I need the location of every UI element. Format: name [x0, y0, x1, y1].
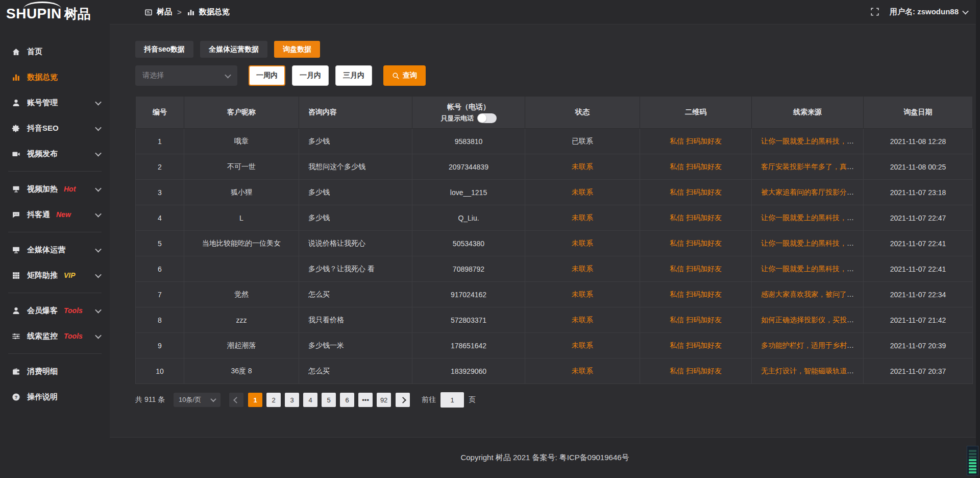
- period-button-month[interactable]: 一月内: [292, 65, 329, 86]
- member-icon: [11, 306, 20, 315]
- app-logo: SHUPIN树品: [0, 0, 110, 34]
- status-badge: 未联系: [525, 358, 640, 384]
- qr-actions: 私信 扫码加好友: [640, 307, 752, 333]
- private-message-link[interactable]: 私信: [670, 367, 684, 375]
- sidebar-item-label: 全媒体运营: [27, 245, 65, 255]
- sidebar-item-video-heat[interactable]: 视频加热Hot: [0, 176, 110, 202]
- scan-add-friend-link[interactable]: 扫码加好友: [686, 213, 722, 222]
- chevron-down-icon: [95, 185, 102, 192]
- filter-select[interactable]: 请选择: [135, 65, 237, 86]
- tab-inquiry[interactable]: 询盘数据: [274, 41, 320, 58]
- lead-source-link[interactable]: 如何正确选择投影仪，买投影...: [761, 316, 860, 324]
- tab-media[interactable]: 全媒体运营数据: [200, 41, 267, 58]
- tab-seo[interactable]: 抖音seo数据: [135, 41, 193, 58]
- search-button-label: 查询: [403, 71, 417, 80]
- sidebar-item-media-ops[interactable]: 全媒体运营: [0, 237, 110, 262]
- page-size-select[interactable]: 10条/页: [174, 393, 220, 407]
- prev-page-button[interactable]: [229, 393, 243, 407]
- page-button-2[interactable]: 2: [266, 393, 281, 407]
- breadcrumb: 树品 > 数据总览: [144, 7, 230, 17]
- private-message-link[interactable]: 私信: [670, 290, 684, 298]
- table-row: 5当地比较能吃的一位美女说说价格让我死心50534380未联系私信 扫码加好友让…: [136, 231, 973, 256]
- phone-only-label: 只显示电话: [441, 114, 474, 123]
- lead-source-link[interactable]: 让你一眼就爱上的黑科技，能...: [761, 265, 860, 273]
- inquiry-content: 多少钱一米: [299, 333, 412, 358]
- fullscreen-icon[interactable]: [870, 7, 880, 17]
- scrollbar[interactable]: [976, 0, 980, 478]
- table-row: 9潮起潮落多少钱一米178651642未联系私信 扫码加好友多功能护栏灯，适用于…: [136, 333, 973, 358]
- inquiry-date: 2021-11-08 00:25: [864, 154, 973, 180]
- customer-nickname: 觉然: [184, 282, 299, 307]
- private-message-link[interactable]: 私信: [670, 137, 684, 145]
- period-button-quarter[interactable]: 三月内: [335, 65, 372, 86]
- scan-add-friend-link[interactable]: 扫码加好友: [686, 162, 722, 171]
- status-badge: 未联系: [525, 205, 640, 231]
- period-button-week[interactable]: 一周内: [249, 65, 285, 86]
- sidebar-item-video-publish[interactable]: 视频发布: [0, 141, 110, 166]
- private-message-link[interactable]: 私信: [670, 316, 684, 324]
- lead-source-link[interactable]: 多功能护栏灯，适用于乡村文...: [761, 341, 860, 349]
- search-button[interactable]: 查询: [383, 65, 426, 86]
- scan-add-friend-link[interactable]: 扫码加好友: [686, 265, 722, 273]
- lead-source-link[interactable]: 让你一眼就爱上的黑科技，能...: [761, 239, 860, 247]
- private-message-link[interactable]: 私信: [670, 341, 684, 349]
- topbar-right: 用户名: zswodun88: [870, 7, 968, 17]
- next-page-button[interactable]: [396, 393, 410, 407]
- private-message-link[interactable]: 私信: [670, 162, 684, 171]
- scan-add-friend-link[interactable]: 扫码加好友: [686, 239, 722, 247]
- sidebar-item-lead-monitor[interactable]: 线索监控Tools: [0, 323, 110, 349]
- scan-add-friend-link[interactable]: 扫码加好友: [686, 367, 722, 375]
- page-button-3[interactable]: 3: [285, 393, 299, 407]
- sidebar-item-account[interactable]: 账号管理: [0, 90, 110, 115]
- row-id: 7: [136, 282, 184, 307]
- sidebar-item-expense[interactable]: 消费明细: [0, 358, 110, 384]
- row-id: 3: [136, 180, 184, 205]
- sidebar-item-matrix-boost[interactable]: 矩阵助推VIP: [0, 262, 110, 288]
- lead-source-link[interactable]: 感谢大家喜欢我家，被问了好...: [761, 290, 860, 298]
- lead-source-link[interactable]: 无主灯设计，智能磁吸轨道灯...: [761, 367, 860, 375]
- scan-add-friend-link[interactable]: 扫码加好友: [686, 316, 722, 324]
- scan-add-friend-link[interactable]: 扫码加好友: [686, 341, 722, 349]
- lead-source-link[interactable]: 被大家追着问的客厅投影分享...: [761, 188, 860, 196]
- breadcrumb-item-home[interactable]: 树品: [157, 7, 172, 17]
- inquiry-date: 2021-11-07 22:41: [864, 231, 973, 256]
- row-id: 4: [136, 205, 184, 231]
- sidebar-item-member-burst[interactable]: 会员爆客Tools: [0, 298, 110, 323]
- private-message-link[interactable]: 私信: [670, 188, 684, 196]
- lead-source-link[interactable]: 客厅安装投影半年多了，真实...: [761, 162, 860, 171]
- page-button-6[interactable]: 6: [340, 393, 354, 407]
- sidebar-item-badge: New: [56, 210, 71, 219]
- sidebar-item-overview[interactable]: 数据总览: [0, 64, 110, 90]
- private-message-link[interactable]: 私信: [670, 265, 684, 273]
- sidebar-item-douyin-seo[interactable]: 抖音SEO: [0, 115, 110, 141]
- scan-add-friend-link[interactable]: 扫码加好友: [686, 137, 722, 145]
- page-ellipsis-button[interactable]: •••: [358, 393, 373, 407]
- inquiry-content: 多少钱: [299, 180, 412, 205]
- status-badge: 未联系: [525, 180, 640, 205]
- total-count: 共 911 条: [135, 395, 165, 404]
- page-button-5[interactable]: 5: [322, 393, 336, 407]
- header-source: 线索来源: [752, 97, 864, 129]
- header-status: 状态: [525, 97, 640, 129]
- sidebar-item-help[interactable]: ?操作说明: [0, 384, 110, 410]
- chevron-left-icon: [233, 397, 240, 403]
- sidebar-item-home[interactable]: 首页: [0, 39, 110, 64]
- private-message-link[interactable]: 私信: [670, 239, 684, 247]
- page-button-92[interactable]: 92: [377, 393, 391, 407]
- lead-source-link[interactable]: 让你一眼就爱上的黑科技，能...: [761, 137, 860, 145]
- private-message-link[interactable]: 私信: [670, 213, 684, 222]
- user-menu[interactable]: 用户名: zswodun88: [890, 7, 968, 17]
- status-badge: 未联系: [525, 231, 640, 256]
- lead-source-link[interactable]: 让你一眼就爱上的黑科技，能...: [761, 213, 860, 222]
- sidebar-item-douketong[interactable]: 抖客通New: [0, 202, 110, 227]
- chevron-down-icon: [95, 124, 102, 131]
- row-id: 8: [136, 307, 184, 333]
- page-button-1[interactable]: 1: [248, 393, 262, 407]
- page-button-4[interactable]: 4: [303, 393, 317, 407]
- scan-add-friend-link[interactable]: 扫码加好友: [686, 188, 722, 196]
- goto-page-input[interactable]: [440, 392, 464, 408]
- page-buttons: 123456•••92: [248, 393, 391, 407]
- scan-add-friend-link[interactable]: 扫码加好友: [686, 290, 722, 298]
- header-account: 帐号（电话） 只显示电话: [412, 97, 525, 129]
- phone-only-toggle[interactable]: [477, 113, 497, 123]
